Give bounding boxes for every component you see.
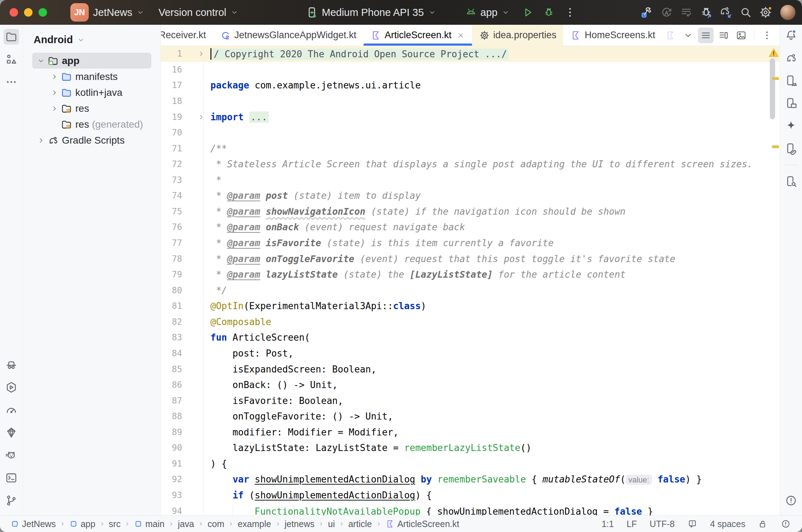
code-line-81[interactable]: 81@OptIn(ExperimentalMaterial3Api::class… (161, 298, 780, 314)
tab-homescreens-kt[interactable]: HomeScreens.kt (563, 25, 662, 46)
indent-style-widget[interactable]: 4 spaces (707, 517, 749, 531)
gradle-tool-button[interactable] (783, 50, 799, 66)
inspections-widget-icon[interactable] (684, 517, 701, 530)
code-line-79[interactable]: 79 * @param lazyListState (state) the [L… (161, 267, 780, 283)
debug-button[interactable] (541, 4, 557, 21)
code-line-88[interactable]: 88 onToggleFavorite: () -> Unit, (161, 409, 780, 424)
breadcrumb-item-app[interactable]: app (69, 519, 95, 529)
editor-options-button[interactable] (759, 28, 775, 43)
code-line-84[interactable]: 84 post: Post, (161, 346, 780, 362)
breadcrumb-item-com[interactable]: com (208, 519, 224, 529)
zoom-button[interactable] (39, 8, 47, 17)
code-line-86[interactable]: 86 onBack: () -> Unit, (161, 377, 780, 393)
tree-item-app[interactable]: app (32, 53, 151, 69)
code-line-73[interactable]: 73 * (161, 172, 780, 188)
line-separator-widget[interactable]: LF (623, 517, 640, 531)
code-line-87[interactable]: 87 isFavorite: Boolean, (161, 393, 780, 409)
gutter-line-number[interactable]: 73 (161, 175, 182, 185)
gutter-line-number[interactable]: 83 (161, 332, 182, 342)
tree-item-res[interactable]: res(generated) (32, 116, 151, 132)
chevron-right-icon[interactable] (48, 72, 60, 81)
project-tool-button[interactable] (4, 29, 19, 45)
vcs-widget[interactable]: Version control (154, 4, 243, 21)
run-configuration-selector[interactable]: app (461, 4, 515, 21)
preview-toggle-button[interactable] (733, 28, 749, 43)
code-line-92[interactable]: 92 var showUnimplementedActionDialog by … (161, 472, 780, 487)
gutter-line-number[interactable]: 91 (161, 459, 182, 469)
caret-position-widget[interactable]: 1:1 (598, 517, 617, 531)
gutter-line-number[interactable]: 18 (161, 96, 182, 106)
problems-tool-button[interactable] (783, 493, 799, 508)
code-line-18[interactable]: 18 (161, 93, 780, 109)
device-mirroring-tool-button[interactable] (783, 141, 799, 156)
close-button[interactable] (10, 8, 18, 17)
sync-project-button[interactable] (718, 4, 734, 21)
device-selector[interactable]: Medium Phone API 35 (301, 3, 441, 22)
search-everywhere-button[interactable] (738, 4, 754, 21)
code-line-76[interactable]: 76 * @param onBack (event) request navig… (161, 219, 780, 235)
gutter-line-number[interactable]: 74 (161, 191, 182, 201)
settings-button[interactable] (757, 4, 774, 21)
terminal-tool-button[interactable] (4, 470, 19, 486)
code-line-80[interactable]: 80 */ (161, 282, 780, 298)
gutter-line-number[interactable]: 76 (161, 222, 182, 232)
gutter-line-number[interactable]: 92 (161, 474, 182, 484)
gutter-line-number[interactable]: 94 (161, 506, 182, 515)
breadcrumb-item-jetnews[interactable]: jetnews (285, 519, 315, 529)
gutter-line-number[interactable]: 84 (161, 348, 182, 358)
breadcrumb-item-article[interactable]: article (348, 519, 372, 529)
more-actions-button[interactable] (562, 4, 578, 21)
user-avatar[interactable] (780, 5, 796, 20)
code-line-75[interactable]: 75 * @param showNavigationIcon (state) i… (161, 204, 780, 220)
code-line-94[interactable]: 94 FunctionalityNotAvailablePopup { show… (161, 503, 780, 515)
gutter-line-number[interactable]: 87 (161, 396, 182, 406)
tab-articlescreen-kt[interactable]: ArticleScreen.kt (364, 25, 472, 46)
notifications-button[interactable] (783, 28, 799, 43)
app-inspection-tool-button[interactable] (4, 357, 19, 372)
gutter-line-number[interactable]: 77 (161, 238, 182, 248)
breadcrumb-item-articlescreen-kt[interactable]: ArticleScreen.kt (385, 519, 459, 529)
inspection-warning-icon[interactable] (768, 47, 780, 59)
code-line-90[interactable]: 90 lazyListState: LazyListState = rememb… (161, 440, 780, 456)
gutter-line-number[interactable]: 75 (161, 207, 182, 216)
breadcrumb-item-src[interactable]: src (109, 519, 121, 529)
gutter-line-number[interactable]: 16 (161, 65, 182, 75)
gutter-line-number[interactable]: 72 (161, 159, 182, 169)
breadcrumb-item-example[interactable]: example (238, 519, 271, 529)
gutter-line-number[interactable]: 71 (161, 144, 182, 154)
gutter-line-number[interactable]: 93 (161, 490, 182, 500)
tree-item-kotlin-java[interactable]: kotlin+java (32, 85, 151, 100)
tab-jetnewsglanceappwidget-kt[interactable]: JetnewsGlanceAppWidget.kt (213, 25, 364, 46)
gutter-line-number[interactable]: 70 (161, 128, 182, 138)
tab-idea-properties[interactable]: idea.properties (472, 25, 564, 46)
close-tab-icon[interactable] (457, 31, 465, 40)
gutter-line-number[interactable]: 82 (161, 317, 182, 327)
warning-stripe-mark[interactable] (772, 145, 779, 148)
code-line-1[interactable]: 1/ Copyright 2020 The Android Open Sourc… (161, 46, 780, 62)
chevron-down-icon[interactable] (35, 56, 47, 65)
list-view-toggle-button[interactable] (698, 28, 714, 43)
code-line-93[interactable]: 93 if (showUnimplementedActionDialog) { (161, 487, 780, 503)
code-line-78[interactable]: 78 * @param onToggleFavorite (event) req… (161, 251, 780, 267)
app-quality-insights-tool-button[interactable] (4, 425, 19, 440)
build-button[interactable] (639, 4, 655, 21)
code-line-17[interactable]: 17package com.example.jetnews.ui.article (161, 77, 780, 93)
tree-item-manifests[interactable]: manifests (32, 69, 151, 85)
warning-stripe-mark[interactable] (772, 77, 779, 80)
run-button[interactable] (519, 4, 536, 21)
code-line-70[interactable]: 70 (161, 125, 780, 141)
structure-tool-button[interactable] (4, 52, 19, 67)
running-devices-tool-button[interactable] (783, 96, 799, 111)
tab-receiver-kt[interactable]: Receiver.kt (161, 25, 213, 46)
file-lock-icon[interactable] (755, 517, 772, 530)
code-line-91[interactable]: 91) { (161, 456, 780, 472)
code-line-16[interactable]: 16 (161, 62, 780, 78)
hidden-tabs-dropdown-button[interactable] (680, 28, 696, 43)
attach-debugger-button[interactable] (698, 4, 714, 21)
tree-item-res[interactable]: res (32, 100, 151, 116)
gutter-line-number[interactable]: 79 (161, 270, 182, 279)
breadcrumb-item-main[interactable]: main (134, 519, 164, 529)
code-line-82[interactable]: 82@Composable (161, 314, 780, 330)
file-encoding-widget[interactable]: UTF-8 (646, 517, 678, 531)
gutter-line-number[interactable]: 88 (161, 411, 182, 421)
